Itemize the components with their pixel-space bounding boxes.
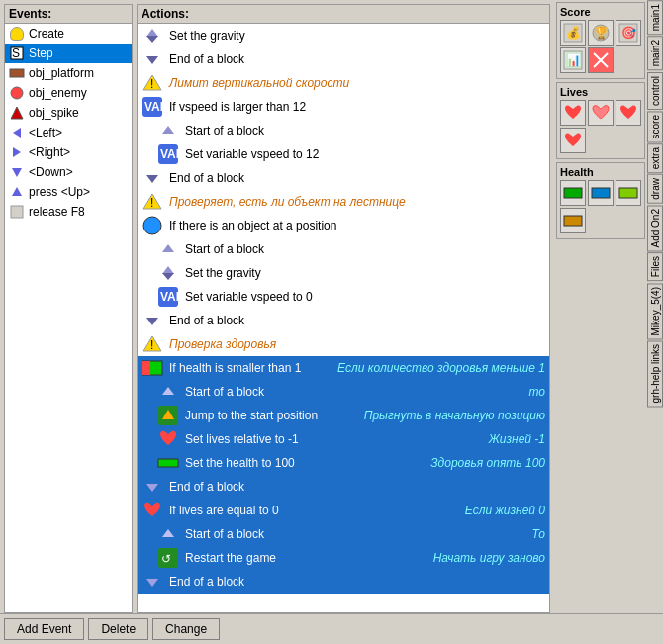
- end-block-icon-4: [142, 476, 163, 498]
- score-btn-1[interactable]: 💰: [560, 20, 586, 46]
- action-label: Set the gravity: [185, 266, 545, 280]
- action-end-block-4[interactable]: End of a block: [138, 475, 549, 499]
- action-comment-health: ! Проверка здоровья: [138, 332, 549, 356]
- action-end-block-3[interactable]: End of a block: [138, 309, 549, 332]
- action-label: If there is an object at a position: [169, 219, 545, 232]
- tab-main2[interactable]: main2: [647, 36, 663, 70]
- action-start-block-1[interactable]: Start of a block: [138, 119, 549, 142]
- spike-icon: [9, 105, 25, 121]
- tab-grh[interactable]: grh-help links: [647, 340, 663, 407]
- lives-btn-1[interactable]: [560, 100, 586, 126]
- action-set-vspeed-12[interactable]: VAR Set variable vspeed to 12: [138, 142, 549, 166]
- var-icon-1: VAR: [142, 96, 163, 118]
- action-label: Start of a block: [185, 124, 545, 138]
- event-label: <Down>: [29, 165, 73, 179]
- svg-marker-17: [162, 126, 174, 134]
- action-comment-vspeed-limit: ! Лимит вертикальной скорости: [138, 71, 549, 95]
- heart-icon: [157, 428, 179, 450]
- action-set-gravity-2[interactable]: Set the gravity: [138, 261, 549, 285]
- score-btn-5[interactable]: [588, 47, 614, 73]
- actions-title: Actions:: [138, 5, 549, 24]
- blue-circle-icon: [142, 215, 163, 236]
- action-set-vspeed-0[interactable]: VAR Set variable vspeed to 0: [138, 285, 549, 309]
- action-comment-text: Проверяет, есть ли объект на лестнице: [169, 195, 545, 209]
- action-if-health[interactable]: If health is smaller than 1 Если количес…: [138, 356, 549, 380]
- enemy-icon: [9, 85, 25, 101]
- end-block-icon-2: [142, 167, 163, 189]
- tab-addon2[interactable]: Add On2: [647, 205, 663, 251]
- action-label: Set lives relative to -1: [185, 432, 481, 446]
- action-set-health[interactable]: Set the health to 100 Здоровья опять 100: [138, 451, 549, 475]
- action-if-lives[interactable]: If lives are equal to 0 Если жизней 0: [138, 499, 549, 522]
- vertical-tabs: main1 main2 control score extra draw Add…: [647, 0, 663, 613]
- action-set-lives[interactable]: Set lives relative to -1 Жизней -1: [138, 427, 549, 451]
- svg-marker-8: [12, 187, 22, 196]
- right-side-panel: Score 💰 🏆 🎯 📊: [554, 0, 663, 613]
- step-icon: S: [9, 46, 25, 61]
- end-block-icon-3: [142, 310, 163, 331]
- action-start-block-4[interactable]: Start of a block То: [138, 522, 549, 546]
- lives-btn-2[interactable]: [588, 100, 614, 126]
- health-btn-4[interactable]: [560, 208, 586, 233]
- event-item-release-f8[interactable]: release F8: [5, 202, 132, 222]
- delete-button[interactable]: Delete: [88, 618, 148, 640]
- bulb-icon: [9, 26, 25, 42]
- tab-score[interactable]: score: [647, 111, 663, 142]
- change-button[interactable]: Change: [152, 618, 220, 640]
- action-if-vspeed[interactable]: VAR If vspeed is larger than 12: [138, 95, 549, 119]
- lives-title: Lives: [560, 86, 641, 98]
- tab-files[interactable]: Files: [647, 252, 663, 281]
- svg-marker-11: [146, 36, 158, 43]
- action-end-block-1[interactable]: End of a block: [138, 47, 549, 71]
- score-btn-3[interactable]: 🎯: [616, 20, 641, 46]
- score-btn-4[interactable]: 📊: [560, 47, 586, 73]
- tab-main1[interactable]: main1: [647, 0, 663, 35]
- event-item-left[interactable]: <Left>: [5, 123, 132, 142]
- action-jump-start[interactable]: Jump to the start position Прыгнуть в на…: [138, 404, 549, 427]
- action-label: If vspeed is larger than 12: [169, 100, 545, 114]
- add-event-button[interactable]: Add Event: [4, 618, 84, 640]
- action-start-block-2[interactable]: Start of a block: [138, 237, 549, 261]
- action-comment-text: Проверка здоровья: [169, 337, 545, 351]
- svg-rect-53: [564, 188, 582, 198]
- action-if-object[interactable]: If there is an object at a position: [138, 214, 549, 237]
- event-item-create[interactable]: Create: [5, 24, 132, 44]
- lives-btn-4[interactable]: [560, 128, 586, 153]
- svg-point-3: [11, 87, 23, 99]
- action-end-block-2[interactable]: End of a block: [138, 166, 549, 190]
- event-item-right[interactable]: <Right>: [5, 142, 132, 162]
- event-item-spike[interactable]: obj_spike: [5, 103, 132, 123]
- tab-extra[interactable]: extra: [647, 143, 663, 173]
- gravity-icon-2: [157, 262, 179, 284]
- action-comment-text: Лимит вертикальной скорости: [169, 76, 545, 90]
- action-comment: Если количество здоровья меньше 1: [337, 361, 545, 375]
- event-item-platform[interactable]: obj_platform: [5, 63, 132, 83]
- score-btn-2[interactable]: 🏆: [588, 20, 614, 46]
- action-comment: Если жизней 0: [465, 504, 545, 517]
- lives-row: [560, 100, 641, 126]
- svg-text:S: S: [12, 46, 20, 60]
- svg-marker-10: [146, 29, 158, 37]
- action-label: If lives are equal to 0: [169, 504, 457, 517]
- score-row-1: 💰 🏆 🎯: [560, 20, 641, 46]
- action-restart[interactable]: ↺ Restart the game Начать игру заново: [138, 546, 549, 570]
- event-item-step[interactable]: S Step: [5, 44, 132, 63]
- tab-draw[interactable]: draw: [647, 174, 663, 204]
- action-start-block-3[interactable]: Start of a block то: [138, 380, 549, 404]
- event-item-down[interactable]: <Down>: [5, 162, 132, 182]
- event-item-enemy[interactable]: obj_enemy: [5, 83, 132, 103]
- action-set-gravity-1[interactable]: Set the gravity: [138, 24, 549, 47]
- svg-point-23: [143, 217, 161, 234]
- tab-mikey[interactable]: Mikey_5(4): [647, 283, 663, 339]
- press-up-icon: [9, 184, 25, 200]
- tab-control[interactable]: control: [647, 72, 663, 110]
- health-btn-1[interactable]: [560, 180, 586, 206]
- action-label: End of a block: [169, 575, 545, 589]
- action-end-block-5[interactable]: End of a block: [138, 570, 549, 594]
- health-btn-2[interactable]: [588, 180, 614, 206]
- health-btn-3[interactable]: [616, 180, 641, 206]
- health-icon: [142, 357, 163, 379]
- action-label: Set variable vspeed to 12: [185, 147, 545, 161]
- event-item-press-up[interactable]: press <Up>: [5, 182, 132, 202]
- lives-btn-3[interactable]: [616, 100, 641, 126]
